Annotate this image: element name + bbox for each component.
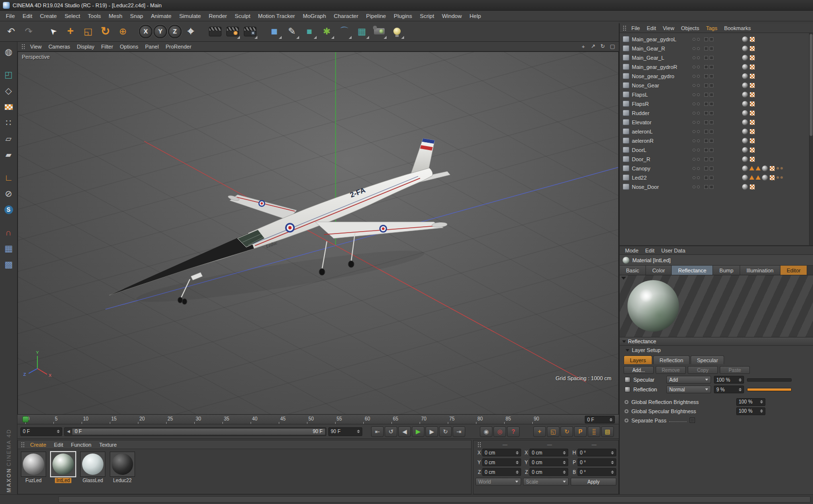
frame-spinner[interactable] bbox=[356, 430, 360, 433]
viewport-view-label[interactable]: Perspective bbox=[22, 54, 50, 60]
uvw-tag-icon[interactable] bbox=[749, 55, 755, 61]
texture-tag-icon[interactable] bbox=[742, 36, 748, 42]
size-field[interactable]: 0 cm bbox=[529, 458, 568, 466]
material-name[interactable]: Leduc22 bbox=[112, 478, 133, 483]
object-row[interactable]: Main_Gear_L bbox=[620, 53, 813, 62]
texture-tag-icon[interactable] bbox=[742, 156, 748, 162]
enable-toggle[interactable] bbox=[704, 167, 708, 170]
display-tag-icon[interactable] bbox=[756, 175, 761, 180]
enable-toggle[interactable] bbox=[710, 47, 713, 50]
uvw-tag-icon[interactable] bbox=[749, 64, 755, 70]
texture-tag-icon[interactable] bbox=[742, 83, 748, 88]
play-loop-button[interactable]: ↻ bbox=[439, 426, 452, 437]
tag-dot-icon[interactable] bbox=[777, 167, 779, 169]
menu-select[interactable]: Select bbox=[61, 11, 84, 21]
reflectance-layer-row[interactable]: Specular Add 100 % bbox=[620, 375, 813, 385]
record-scale-toggle[interactable]: ◱ bbox=[547, 426, 559, 437]
menu-character[interactable]: Character bbox=[330, 11, 362, 21]
layer-name[interactable]: Reflection bbox=[633, 386, 663, 392]
range-thumb[interactable]: 0 F 90 F bbox=[72, 428, 325, 435]
uvw-tag-icon[interactable] bbox=[769, 166, 775, 171]
enable-toggle[interactable] bbox=[704, 185, 708, 189]
polygons-mode-button[interactable]: ▰ bbox=[2, 149, 16, 161]
frame-spinner[interactable] bbox=[608, 418, 612, 421]
timeline-ruler[interactable]: 0 5 10 15 20 25 30 35 40 45 50 55 60 65 … bbox=[17, 415, 619, 424]
record-rotation-toggle[interactable]: ↻ bbox=[560, 426, 573, 437]
enable-toggle[interactable] bbox=[704, 84, 708, 87]
material-name[interactable]: IntLed bbox=[55, 478, 71, 483]
current-frame-marker[interactable] bbox=[22, 416, 29, 422]
viewport-menu-item[interactable]: Options bbox=[117, 42, 142, 51]
render-visibility-dot[interactable] bbox=[697, 176, 700, 179]
attribute-tab[interactable]: Color bbox=[646, 266, 672, 275]
separate-pass-checkbox[interactable] bbox=[690, 418, 695, 423]
model-mode-button[interactable]: ◇ bbox=[2, 84, 16, 97]
material-menu-item[interactable]: Edit bbox=[50, 440, 67, 449]
deformer-button[interactable]: ⌒ bbox=[336, 23, 353, 40]
object-manager-menu-item[interactable]: Edit bbox=[644, 23, 660, 33]
panel-grip[interactable] bbox=[21, 43, 25, 50]
reflectance-section-header[interactable]: Reflectance bbox=[620, 337, 813, 346]
object-row[interactable]: Main_gear_gydroL bbox=[620, 34, 813, 44]
texture-tag-icon[interactable] bbox=[742, 46, 748, 51]
record-pla-toggle[interactable]: ⣿ bbox=[588, 426, 600, 437]
object-row[interactable]: Elevator bbox=[620, 118, 813, 127]
material-menu-item[interactable]: Texture bbox=[95, 440, 120, 449]
object-row[interactable]: Led22 bbox=[620, 173, 813, 182]
transform-space-dropdown[interactable]: World bbox=[475, 478, 521, 486]
enable-toggle[interactable] bbox=[710, 93, 713, 97]
camera-button[interactable] bbox=[371, 23, 388, 40]
object-name[interactable]: aeleronL bbox=[632, 129, 689, 134]
rotation-header[interactable]: — bbox=[572, 442, 616, 447]
texture-tag-icon[interactable] bbox=[742, 64, 748, 70]
ruler-frame-field[interactable]: 0 F bbox=[585, 416, 615, 423]
layer-strength-field[interactable]: 9 % bbox=[714, 386, 744, 393]
timeline-tick[interactable]: 90 bbox=[532, 415, 560, 424]
lock-y-axis-toggle[interactable]: Y bbox=[153, 25, 167, 38]
viewport-menu-item[interactable]: Panel bbox=[142, 42, 162, 51]
object-row[interactable]: Nose_Gear bbox=[620, 81, 813, 90]
previous-frame-button[interactable]: ◀ bbox=[398, 426, 411, 437]
object-manager-menu-item[interactable]: View bbox=[660, 23, 678, 33]
uvw-tag-icon[interactable] bbox=[749, 129, 755, 134]
render-settings-button[interactable] bbox=[242, 23, 258, 40]
menu-tools[interactable]: Tools bbox=[84, 11, 105, 21]
layer-action-button[interactable]: Copy bbox=[688, 366, 718, 374]
texture-tag-icon[interactable] bbox=[742, 119, 748, 125]
workplane-button[interactable]: ▦ bbox=[2, 242, 16, 255]
timeline-tick[interactable]: 65 bbox=[391, 415, 420, 424]
uvw-tag-icon[interactable] bbox=[749, 147, 755, 153]
keyframe-dot-icon[interactable] bbox=[625, 409, 628, 413]
size-field[interactable]: 0 cm bbox=[529, 468, 568, 476]
material-name[interactable]: FuzLed bbox=[24, 478, 43, 483]
editor-visibility-dot[interactable] bbox=[693, 56, 695, 59]
undo-button[interactable]: ↶ bbox=[3, 23, 19, 40]
autokeying-button[interactable]: ◎ bbox=[493, 426, 506, 437]
render-visibility-dot[interactable] bbox=[697, 139, 700, 142]
material-item[interactable]: IntLed bbox=[50, 452, 77, 484]
layer-action-button[interactable]: Remove bbox=[656, 366, 686, 374]
layer-slider[interactable] bbox=[747, 388, 792, 391]
object-row[interactable]: Nose_gear_gydro bbox=[620, 71, 813, 81]
current-frame-field[interactable]: 0 F bbox=[20, 427, 62, 436]
layer-action-button[interactable]: Add... bbox=[624, 366, 654, 374]
uvw-tag-icon[interactable] bbox=[749, 101, 755, 107]
apply-button[interactable]: Apply bbox=[571, 478, 616, 486]
enable-toggle[interactable] bbox=[710, 74, 713, 78]
subdivision-surface-button[interactable]: ■ bbox=[301, 23, 318, 40]
editor-visibility-dot[interactable] bbox=[693, 167, 695, 170]
enable-toggle[interactable] bbox=[710, 176, 713, 180]
object-name[interactable]: Main_gear_gydroL bbox=[632, 36, 689, 42]
viewport-menu-item[interactable]: Filter bbox=[98, 42, 116, 51]
uvw-tag-icon[interactable] bbox=[749, 36, 755, 42]
enable-toggle[interactable] bbox=[710, 111, 713, 115]
object-manager-menu-item[interactable]: Objects bbox=[678, 23, 702, 33]
enable-toggle[interactable] bbox=[710, 139, 713, 143]
uvw-tag-icon[interactable] bbox=[749, 119, 755, 125]
parameter-value-field[interactable]: 100 % bbox=[736, 398, 765, 406]
layer-tab[interactable]: Reflection bbox=[653, 355, 690, 364]
menu-motion-tracker[interactable]: Motion Tracker bbox=[254, 11, 299, 21]
display-tag-icon[interactable] bbox=[749, 166, 754, 170]
texture-tag-icon[interactable] bbox=[742, 138, 748, 144]
preview-expander-icon[interactable] bbox=[621, 277, 626, 282]
